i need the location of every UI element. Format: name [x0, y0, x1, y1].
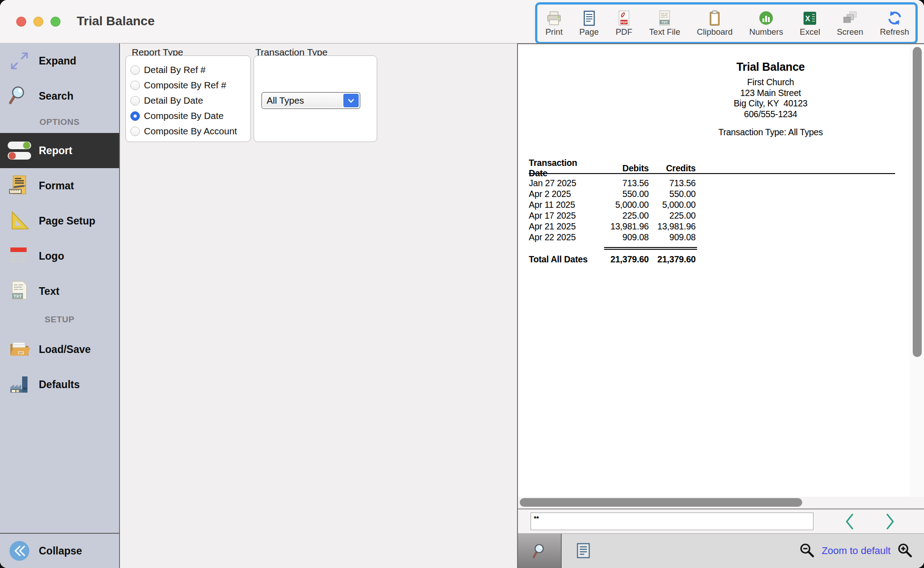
sidebar-collapse-button[interactable]: Collapse — [0, 534, 119, 568]
horizontal-scrollbar[interactable] — [518, 497, 924, 508]
sidebar-item-search[interactable]: Search — [0, 78, 119, 114]
pdf-file-icon: PDF — [615, 10, 633, 27]
zoom-in-icon[interactable] — [897, 543, 913, 559]
dropdown-arrow-button[interactable] — [343, 94, 359, 107]
clipboard-button[interactable]: Clipboard — [697, 10, 733, 37]
table-row: Apr 17 2025 225.00 225.00 — [529, 210, 899, 221]
document-view-tab[interactable] — [576, 534, 591, 568]
radio-circle[interactable] — [130, 96, 140, 105]
collapse-chevrons-icon — [9, 540, 30, 562]
zoom-controls: Zoom to default — [799, 534, 913, 568]
text-file-icon: TXT — [656, 10, 673, 27]
tool-label: Refresh — [880, 27, 909, 37]
report-title: Trial Balance — [635, 60, 906, 73]
tool-label: Page — [579, 27, 599, 37]
export-toolbar: Print Page PDF PDF TXT — [535, 2, 918, 44]
col-debits: Debits — [596, 163, 649, 174]
horizontal-scrollbar-thumb[interactable] — [520, 498, 802, 507]
pdf-button[interactable]: PDF PDF — [615, 10, 633, 37]
minimize-window-button[interactable] — [33, 17, 43, 27]
vertical-scrollbar[interactable] — [910, 43, 924, 497]
clipboard-icon — [706, 10, 723, 27]
radio-composite-by-account[interactable]: Composite By Account — [130, 124, 237, 139]
find-input[interactable]: ** — [531, 513, 813, 530]
toggles-icon — [7, 140, 32, 161]
table-row: Apr 11 2025 5,000.00 5,000.00 — [529, 199, 899, 210]
tool-label: Excel — [800, 27, 820, 37]
screen-icon — [841, 10, 859, 27]
svg-text:PDF: PDF — [620, 20, 627, 24]
table-row: Apr 21 2025 13,981.96 13,981.96 — [529, 221, 899, 232]
col-credits: Credits — [649, 163, 696, 174]
sidebar-item-label: Search — [39, 90, 74, 102]
sidebar: Expand Search OPTIONS — [0, 43, 120, 568]
table-header-row: Transaction Date Debits Credits — [529, 158, 899, 169]
zoom-window-button[interactable] — [51, 17, 60, 27]
radio-composite-by-ref[interactable]: Composite By Ref # — [130, 78, 226, 93]
zoom-to-default-link[interactable]: Zoom to default — [822, 545, 891, 557]
radio-detail-by-ref[interactable]: Detail By Ref # — [130, 62, 206, 78]
format-icon — [9, 175, 30, 197]
zoom-out-icon[interactable] — [799, 543, 815, 559]
table-row: Apr 2 2025 550.00 550.00 — [529, 188, 899, 199]
sidebar-item-label: Report — [39, 145, 72, 157]
find-bar: ** — [518, 509, 924, 533]
radio-circle[interactable] — [130, 127, 140, 136]
report-transaction-type-line: Transaction Type: All Types — [635, 127, 906, 137]
logo-layout-icon — [9, 245, 30, 267]
previous-page-button[interactable] — [841, 512, 858, 531]
sidebar-item-load-save[interactable]: Load/Save — [0, 332, 119, 367]
app-window: Trial Balance Print Page PDF — [0, 0, 924, 568]
table-body: Jan 27 2025 713.56 713.56 Apr 2 2025 550… — [529, 178, 899, 243]
report-address: 123 Main Street — [635, 88, 906, 99]
total-credits: 21,379.60 — [649, 254, 696, 265]
svg-text:TXT: TXT — [661, 20, 668, 24]
radio-composite-by-date[interactable]: Composite By Date — [130, 108, 224, 124]
numbers-button[interactable]: Numbers — [749, 10, 783, 37]
radio-circle[interactable] — [130, 65, 140, 75]
magnifier-view-tab[interactable] — [518, 534, 562, 568]
sidebar-section-setup: SETUP — [0, 315, 119, 325]
sidebar-item-defaults[interactable]: Defaults — [0, 367, 119, 402]
report-header: Trial Balance First Church 123 Main Stre… — [635, 60, 906, 119]
window-title: Trial Balance — [77, 14, 155, 28]
svg-text:X: X — [805, 15, 810, 23]
sidebar-item-logo[interactable]: Logo — [0, 238, 119, 274]
page-icon — [581, 10, 598, 27]
total-debits: 21,379.60 — [596, 254, 649, 265]
table-total-double-rule — [604, 247, 697, 250]
numbers-icon — [758, 10, 775, 27]
next-page-button[interactable] — [882, 512, 899, 531]
col-transaction-date: Transaction Date — [529, 158, 596, 179]
close-window-button[interactable] — [16, 17, 26, 27]
report-phone: 606/555-1234 — [635, 109, 906, 120]
radio-circle-selected[interactable] — [130, 111, 140, 121]
trial-balance-table: Transaction Date Debits Credits Jan 27 2… — [529, 158, 899, 169]
transaction-type-value: All Types — [263, 94, 342, 107]
vertical-scrollbar-thumb[interactable] — [913, 47, 922, 357]
sidebar-item-text[interactable]: TXT Text — [0, 274, 119, 309]
excel-button[interactable]: X Excel — [800, 10, 820, 37]
sidebar-item-label: Expand — [39, 55, 76, 67]
transaction-type-select[interactable]: All Types — [261, 92, 360, 109]
svg-text:TXT: TXT — [14, 293, 22, 298]
sidebar-item-page-setup[interactable]: Page Setup — [0, 203, 119, 238]
sidebar-item-label: Page Setup — [39, 215, 95, 227]
preview-bottom-bar: Zoom to default — [518, 533, 924, 568]
sidebar-item-report[interactable]: Report — [0, 133, 119, 168]
tool-label: Numbers — [749, 27, 783, 37]
refresh-button[interactable]: Refresh — [880, 10, 909, 37]
expand-icon — [9, 50, 30, 72]
text-file-button[interactable]: TXT Text File — [649, 10, 680, 37]
screen-button[interactable]: Screen — [837, 10, 864, 37]
print-button[interactable]: Print — [545, 10, 563, 37]
sidebar-item-label: Format — [39, 180, 74, 192]
sidebar-item-label: Collapse — [39, 545, 82, 557]
tool-label: Screen — [837, 27, 864, 37]
page-button[interactable]: Page — [579, 10, 599, 37]
sidebar-item-expand[interactable]: Expand — [0, 43, 119, 78]
radio-detail-by-date[interactable]: Detail By Date — [130, 93, 203, 108]
sidebar-item-label: Text — [39, 285, 60, 298]
radio-circle[interactable] — [130, 81, 140, 90]
sidebar-item-format[interactable]: Format — [0, 168, 119, 203]
